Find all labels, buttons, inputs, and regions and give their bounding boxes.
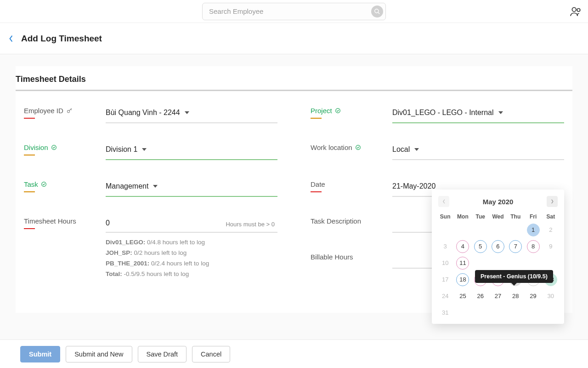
- hours-note-line: Total: -0.5/9.5 hours left to log: [106, 269, 277, 280]
- calendar-day[interactable]: 29: [527, 290, 540, 303]
- calendar-empty: [436, 224, 454, 236]
- submit-button[interactable]: Submit: [20, 346, 60, 362]
- calendar-day: 3: [439, 240, 452, 253]
- calendar-day[interactable]: 18: [456, 273, 469, 286]
- calendar-month-label: May 2020: [483, 198, 514, 206]
- task-description-label: Task Description: [311, 217, 392, 225]
- action-bar: Submit Submit and New Save Draft Cancel: [0, 339, 588, 368]
- calendar-empty: [507, 306, 524, 319]
- calendar-empty: [542, 306, 560, 319]
- calendar-day: 9: [544, 240, 557, 253]
- date-picker[interactable]: May 2020 SunMonTueWedThuFriSat1234567891…: [432, 190, 564, 324]
- search-wrap: [202, 3, 386, 20]
- calendar-empty: [507, 257, 524, 270]
- calendar-dow: Thu: [507, 213, 524, 220]
- task-select[interactable]: Management: [106, 180, 158, 195]
- work-location-label: Work location: [311, 144, 392, 151]
- save-draft-button[interactable]: Save Draft: [138, 346, 187, 362]
- calendar-empty: [507, 224, 524, 236]
- calendar-empty: [524, 257, 542, 270]
- svg-point-0: [375, 9, 379, 12]
- calendar-empty: [454, 224, 471, 236]
- chevron-down-icon: [142, 148, 147, 151]
- calendar-day[interactable]: 4: [456, 240, 469, 253]
- svg-point-4: [67, 110, 69, 113]
- search-icon: [374, 8, 380, 15]
- chevron-down-icon: [414, 148, 419, 151]
- svg-point-7: [335, 109, 340, 113]
- project-label: Project: [311, 107, 392, 115]
- hours-note-line: PB_THE_2001: 0/2.4 hours left to log: [106, 259, 277, 269]
- calendar-dow: Tue: [472, 213, 489, 220]
- svg-point-6: [41, 182, 46, 187]
- date-label: Date: [311, 180, 392, 188]
- hours-hint: Hours must be > 0: [226, 221, 275, 228]
- svg-point-2: [572, 7, 576, 12]
- calendar-empty: [489, 306, 507, 319]
- timesheet-hours-label: Timesheet Hours: [24, 217, 106, 225]
- task-label: Task: [24, 180, 106, 188]
- chevron-down-icon: [153, 185, 158, 188]
- calendar-day[interactable]: 11: [456, 257, 469, 270]
- calendar-tooltip: Present - Genius (10/9.5): [475, 270, 553, 283]
- calendar-day[interactable]: 5: [474, 240, 487, 253]
- calendar-empty: [524, 306, 542, 319]
- calendar-day[interactable]: 6: [492, 240, 504, 253]
- svg-point-8: [356, 145, 360, 150]
- back-button[interactable]: [5, 32, 17, 45]
- calendar-dow: Mon: [454, 213, 471, 220]
- section-divider: [16, 90, 572, 91]
- date-input[interactable]: 21-May-2020: [392, 180, 435, 195]
- chevron-down-icon: [498, 111, 503, 114]
- hours-notes: Div01_LEGO: 0/4.8 hours left to logJOH_S…: [106, 237, 277, 280]
- calendar-day: 30: [544, 290, 557, 303]
- check-circle-icon: [41, 181, 47, 187]
- hours-note-line: Div01_LEGO: 0/4.8 hours left to log: [106, 237, 277, 248]
- calendar-dow: Sun: [436, 213, 454, 220]
- calendar-dow: Sat: [542, 213, 560, 220]
- chevron-down-icon: [185, 111, 189, 114]
- employee-id-label: Employee ID: [24, 107, 106, 115]
- svg-line-1: [378, 12, 380, 14]
- cancel-button[interactable]: Cancel: [192, 346, 230, 362]
- check-circle-icon: [335, 108, 341, 114]
- submit-and-new-button[interactable]: Submit and New: [66, 346, 132, 362]
- employee-id-select[interactable]: Bùi Quang Vinh - 2244: [106, 107, 189, 121]
- calendar-day[interactable]: 28: [509, 290, 522, 303]
- calendar-day[interactable]: 27: [492, 290, 504, 303]
- people-icon[interactable]: [570, 6, 582, 19]
- calendar-day[interactable]: 25: [456, 290, 469, 303]
- division-label: Division: [24, 144, 106, 151]
- check-circle-icon: [355, 144, 361, 150]
- section-title: Timesheet Details: [16, 75, 572, 90]
- calendar-dow: Wed: [489, 213, 507, 220]
- calendar-day[interactable]: 7: [509, 240, 522, 253]
- key-icon: [66, 107, 73, 114]
- calendar-day[interactable]: 26: [474, 290, 487, 303]
- page-title: Add Log Timesheet: [21, 34, 102, 44]
- calendar-day[interactable]: 8: [527, 240, 540, 253]
- calendar-day: 24: [439, 290, 452, 303]
- svg-point-5: [51, 145, 56, 150]
- calendar-empty: [489, 224, 507, 236]
- calendar-day: 2: [544, 224, 557, 236]
- project-select[interactable]: Div01_LEGO - LEGO - Internal: [392, 107, 503, 121]
- work-location-select[interactable]: Local: [392, 144, 419, 158]
- calendar-day: 17: [439, 273, 452, 286]
- check-circle-icon: [51, 144, 57, 150]
- svg-point-3: [577, 9, 580, 12]
- calendar-empty: [472, 257, 489, 270]
- calendar-day[interactable]: 1: [527, 224, 540, 236]
- search-button[interactable]: [371, 6, 383, 17]
- calendar-next-button[interactable]: [547, 196, 558, 207]
- calendar-empty: [542, 257, 560, 270]
- calendar-empty: [472, 224, 489, 236]
- division-select[interactable]: Division 1: [106, 144, 147, 158]
- calendar-dow: Fri: [524, 213, 542, 220]
- hours-note-line: JOH_SP: 0/2 hours left to log: [106, 248, 277, 259]
- calendar-day: 10: [439, 257, 452, 270]
- calendar-empty: [472, 306, 489, 319]
- billable-hours-label: Billable Hours: [311, 253, 392, 261]
- search-input[interactable]: [202, 3, 386, 20]
- calendar-prev-button[interactable]: [438, 196, 449, 207]
